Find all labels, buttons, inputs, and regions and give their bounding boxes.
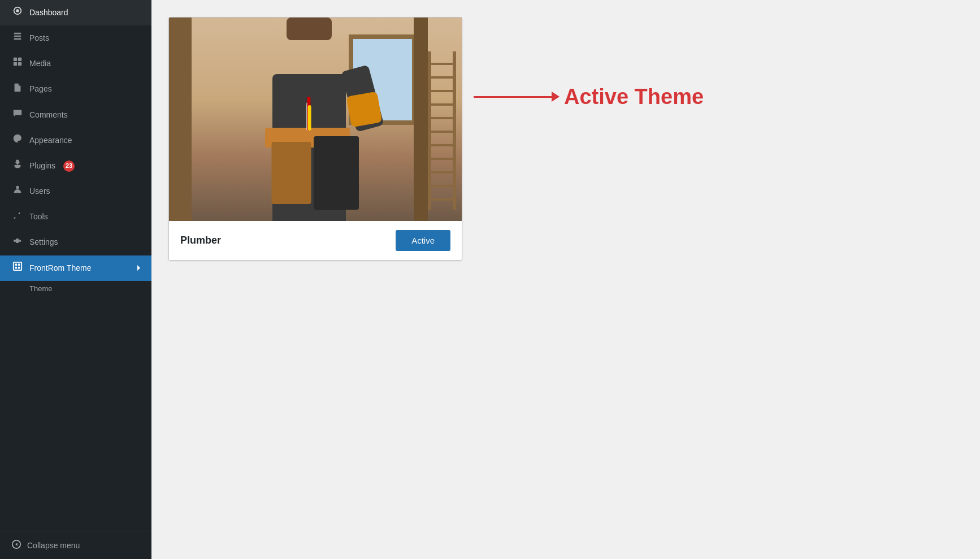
sidebar-item-comments[interactable]: Comments xyxy=(0,102,151,128)
svg-rect-15 xyxy=(18,267,20,269)
theme-footer: Plumber Active xyxy=(169,221,462,260)
sidebar-item-plugins-label: Plugins xyxy=(29,161,55,172)
sidebar-item-settings[interactable]: Settings xyxy=(0,230,151,255)
sidebar-sub-item-theme[interactable]: Theme xyxy=(0,281,151,296)
sidebar-item-media-label: Media xyxy=(29,58,51,70)
appearance-icon xyxy=(11,133,24,148)
svg-rect-8 xyxy=(16,87,19,88)
sidebar-sub-item-theme-label: Theme xyxy=(29,284,52,293)
active-theme-button[interactable]: Active xyxy=(396,230,450,251)
worker-figure xyxy=(247,18,371,221)
sidebar-item-appearance[interactable]: Appearance xyxy=(0,128,151,153)
annotation-arrow xyxy=(474,96,553,98)
sidebar-item-posts-label: Posts xyxy=(29,33,49,44)
svg-rect-11 xyxy=(14,262,21,270)
theme-name: Plumber xyxy=(180,235,221,246)
svg-rect-14 xyxy=(15,267,18,269)
users-icon xyxy=(11,184,24,198)
theme-preview-image xyxy=(169,18,462,221)
svg-rect-4 xyxy=(14,58,17,61)
sidebar-item-users-label: Users xyxy=(29,186,50,197)
sidebar-item-appearance-label: Appearance xyxy=(29,135,72,146)
sidebar-item-media[interactable]: Media xyxy=(0,51,151,76)
sidebar-item-plugins[interactable]: Plugins 23 xyxy=(0,153,151,179)
ladder-decoration xyxy=(428,51,456,210)
plugins-icon xyxy=(11,159,24,173)
sidebar-item-frontrom-label: FrontRom Theme xyxy=(29,263,91,274)
sidebar: Dashboard Posts Media Pages Comments xyxy=(0,0,151,559)
frontrom-icon xyxy=(11,261,24,275)
sidebar-item-posts[interactable]: Posts xyxy=(0,25,151,51)
wall-stud-right xyxy=(414,18,428,221)
posts-icon xyxy=(11,31,24,45)
svg-rect-6 xyxy=(14,62,17,66)
sidebar-item-tools[interactable]: Tools xyxy=(0,205,151,230)
svg-rect-3 xyxy=(14,38,21,40)
sidebar-item-pages[interactable]: Pages xyxy=(0,77,151,102)
plugins-badge: 23 xyxy=(63,161,75,172)
theme-card: Plumber Active xyxy=(168,17,462,261)
annotation-label: Active Theme xyxy=(564,85,704,109)
sidebar-item-settings-label: Settings xyxy=(29,237,58,248)
svg-rect-7 xyxy=(18,62,21,66)
svg-rect-13 xyxy=(18,263,20,266)
sidebar-item-pages-label: Pages xyxy=(29,84,52,95)
pages-icon xyxy=(11,83,24,97)
main-content: Plumber Active Active Theme xyxy=(151,0,980,559)
collapse-menu-label: Collapse menu xyxy=(27,541,80,550)
collapse-menu-button[interactable]: Collapse menu xyxy=(0,531,151,559)
tools-icon xyxy=(11,210,24,224)
svg-rect-9 xyxy=(16,88,19,89)
comments-icon xyxy=(11,108,24,122)
sidebar-item-dashboard[interactable]: Dashboard xyxy=(0,0,151,25)
sidebar-item-frontrom-theme[interactable]: FrontRom Theme xyxy=(0,255,151,281)
svg-rect-1 xyxy=(14,33,21,34)
settings-icon xyxy=(11,236,24,250)
svg-rect-5 xyxy=(18,58,21,61)
sidebar-nav: Dashboard Posts Media Pages Comments xyxy=(0,0,151,531)
dashboard-icon xyxy=(11,6,24,20)
svg-point-10 xyxy=(16,186,19,189)
sidebar-item-users[interactable]: Users xyxy=(0,179,151,204)
sidebar-item-dashboard-label: Dashboard xyxy=(29,7,68,19)
media-icon xyxy=(11,57,24,71)
active-indicator-arrow xyxy=(137,265,140,271)
wall-stud-left xyxy=(169,18,192,221)
sidebar-item-tools-label: Tools xyxy=(29,211,48,223)
svg-point-0 xyxy=(16,9,19,12)
svg-rect-12 xyxy=(15,263,18,266)
collapse-icon xyxy=(11,539,21,551)
active-theme-annotation: Active Theme xyxy=(474,85,704,109)
sidebar-item-comments-label: Comments xyxy=(29,110,68,121)
main-row: Plumber Active Active Theme xyxy=(168,17,963,261)
svg-rect-2 xyxy=(14,36,21,37)
